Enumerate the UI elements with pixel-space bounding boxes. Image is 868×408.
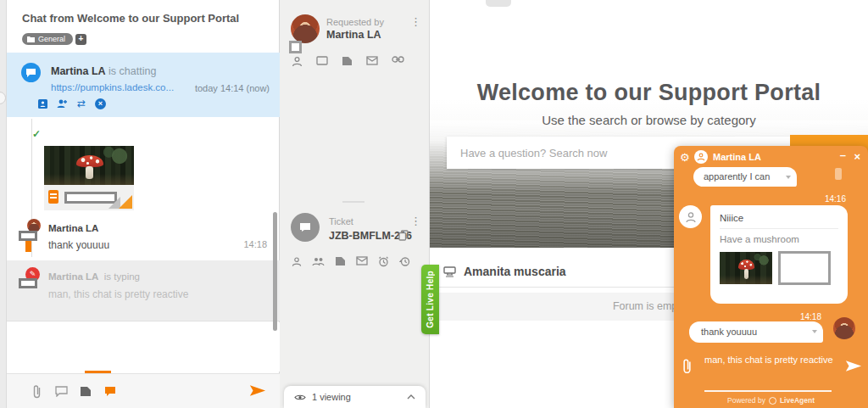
- envelope-icon[interactable]: [356, 256, 368, 267]
- chat-channel-icon: [21, 63, 41, 82]
- ticket-label: Ticket: [329, 216, 353, 226]
- requester-action-row: [292, 56, 404, 67]
- mushroom-photo-attachment[interactable]: [44, 146, 134, 185]
- widget-minimize-button[interactable]: –: [840, 148, 846, 161]
- forum-board-icon: [443, 266, 456, 277]
- send-message-icon[interactable]: [249, 384, 266, 397]
- widget-scrollbar[interactable]: [835, 168, 842, 180]
- agent-message-line-2: Have a mushroom: [720, 234, 838, 244]
- folder-icon: [27, 36, 35, 42]
- top-notch: [486, 0, 511, 7]
- active-chat-tab-icon[interactable]: [103, 384, 117, 398]
- department-tag-general[interactable]: General: [22, 33, 73, 45]
- chat-button-badge-icon: [19, 231, 37, 241]
- typing-indicator-row: ✎ Martina LA is typing man, this chat is…: [7, 260, 280, 321]
- typing-status-text: is typing: [104, 271, 140, 282]
- ticket-menu-icon[interactable]: ⋮: [410, 215, 421, 227]
- ticket-details-panel: Requested by Martina LA ⋮ Ticket J: [280, 0, 430, 408]
- chat-bubble-icon: [26, 69, 36, 77]
- add-tag-button[interactable]: +: [75, 34, 86, 45]
- orange-fold-corner: [119, 195, 132, 209]
- forum-category-header[interactable]: Amanita muscaria: [443, 265, 566, 278]
- typing-sender-name: Martina LA is typing: [48, 271, 140, 282]
- powered-by-footer[interactable]: Powered by LiveAgent: [674, 396, 868, 405]
- chat-action-row: ⇄ ×: [36, 98, 106, 109]
- visitor-name: Martina LA: [51, 65, 106, 77]
- file-icon[interactable]: [342, 56, 353, 67]
- widget-agent-message-avatar: [679, 205, 702, 228]
- visitor-bubble-1: apparently I can: [693, 167, 797, 187]
- widget-visitor-avatar: [833, 317, 855, 339]
- person-icon: [685, 211, 697, 223]
- person-icon[interactable]: [292, 56, 303, 67]
- widget-close-button[interactable]: ×: [854, 150, 860, 163]
- get-live-help-button[interactable]: Get Live Help: [421, 265, 439, 334]
- group-icon[interactable]: [312, 256, 325, 267]
- message-time: 14:18: [243, 239, 267, 249]
- chat-timestamp: today 14:14 (now): [195, 83, 270, 93]
- attachment-thumbnails: [720, 252, 838, 285]
- blank-attachment-thumbnail[interactable]: [778, 251, 831, 285]
- file-attachment-card[interactable]: [44, 185, 134, 210]
- note-type-icon[interactable]: [79, 384, 92, 398]
- visitor-bubble-1-text: apparently I can: [704, 171, 770, 182]
- chat-panel-scrollbar[interactable]: [273, 212, 277, 331]
- reply-toolbar: [7, 373, 280, 408]
- widget-attach-icon[interactable]: [682, 358, 693, 374]
- visitor-bubble-2-text: thank youuuu: [701, 327, 757, 337]
- agent-bubble: Niiice Have a mushroom: [710, 205, 848, 304]
- liveagent-logo-icon: [769, 397, 776, 405]
- chevron-up-icon[interactable]: [407, 394, 415, 400]
- powered-by-label: Powered by: [727, 396, 765, 405]
- copy-ticket-id-icon[interactable]: [398, 230, 409, 241]
- widget-message-input[interactable]: man, this chat is pretty reactive: [704, 355, 840, 365]
- link-icon[interactable]: [392, 56, 404, 67]
- widget-badge-icon: [289, 41, 302, 53]
- envelope-icon[interactable]: [366, 56, 378, 67]
- person-icon[interactable]: [292, 256, 302, 267]
- message-options-caret-icon[interactable]: [786, 176, 791, 179]
- agent-message-line-1: Niiice: [720, 213, 838, 223]
- widget-settings-gear-icon[interactable]: ⚙: [680, 151, 690, 164]
- message-text: thank youuuu: [48, 239, 109, 251]
- visitor-bubble-2: thank youuuu: [689, 321, 823, 343]
- file-icon[interactable]: [335, 256, 346, 267]
- widget-timestamp-1: 14:16: [825, 194, 846, 204]
- typing-preview-text: man, this chat is pretty reactive: [48, 288, 188, 300]
- visitor-status: is chatting: [108, 65, 156, 77]
- section-divider: [342, 201, 364, 203]
- widget-agent-name: Martina LA: [713, 152, 761, 162]
- requester-avatar: [291, 14, 320, 43]
- add-person-icon[interactable]: [56, 98, 68, 109]
- history-icon[interactable]: [399, 256, 410, 267]
- portal-subheading: Use the search or browse by category: [430, 113, 868, 127]
- active-chat-list-item[interactable]: Martina LA is chatting https://pumpkins.…: [7, 53, 280, 117]
- message-options-caret-icon[interactable]: [812, 330, 817, 333]
- chat-message-type-icon[interactable]: [54, 384, 68, 398]
- chat-panel: Chat from Welcome to our Support Portal …: [7, 0, 280, 408]
- attach-file-icon[interactable]: [30, 384, 43, 398]
- reply-input-area[interactable]: [7, 322, 280, 372]
- transfer-chat-icon[interactable]: ⇄: [75, 98, 87, 109]
- ticket-action-row: [292, 256, 410, 267]
- panel-collapse-handle[interactable]: [0, 92, 6, 104]
- widget-send-icon[interactable]: [845, 360, 862, 372]
- chat-widget: ⚙ Martina LA – × apparently I can 14:16 …: [674, 146, 868, 408]
- document-icon: [48, 190, 58, 204]
- contact-card-icon[interactable]: [36, 98, 48, 109]
- chat-source-link[interactable]: https://pumpkins.ladesk.co...: [51, 82, 174, 92]
- ticket-avatar: [291, 213, 320, 242]
- widget-agent-avatar-icon: [694, 150, 708, 164]
- alarm-icon[interactable]: [378, 256, 389, 267]
- bubble-divider: [720, 228, 838, 229]
- end-chat-icon[interactable]: ×: [95, 98, 106, 109]
- collapsed-sidebar-strip: [0, 0, 7, 408]
- mushroom-thumbnail[interactable]: [720, 252, 772, 284]
- viewing-bar[interactable]: 1 viewing: [284, 386, 426, 408]
- card-icon[interactable]: [316, 56, 328, 67]
- chat-panel-title: Chat from Welcome to our Support Portal: [22, 12, 239, 25]
- forum-category-title: Amanita muscaria: [464, 265, 566, 278]
- requester-menu-icon[interactable]: ⋮: [410, 15, 421, 28]
- chat-button-badge-icon: [19, 278, 37, 288]
- requested-by-label: Requested by: [326, 17, 384, 27]
